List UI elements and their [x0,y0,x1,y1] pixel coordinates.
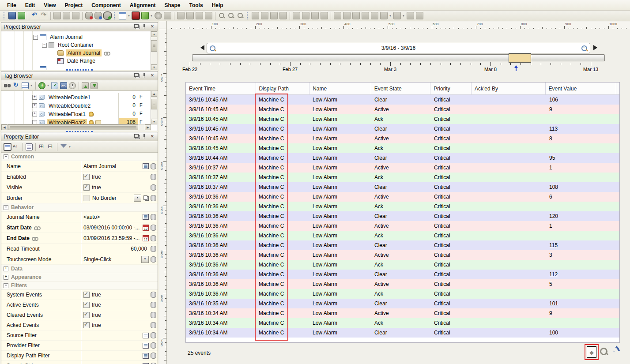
shape-difference-icon[interactable] [205,12,212,19]
ungroup-icon[interactable] [186,12,194,19]
align-top-icon[interactable] [352,12,360,19]
move-to-front-icon[interactable] [270,12,278,19]
alarm-event-row[interactable]: 3/9/16 10:36 AMMachine CLow AlarmClearCr… [186,211,619,221]
move-forward-icon[interactable] [252,12,259,19]
rotate-cw-icon[interactable] [302,12,309,19]
prop-touchscreen-mode[interactable]: Touchscreen ModeSingle-Click [1,254,158,265]
column-header-event-value[interactable]: Event Value [545,83,616,94]
checkbox-icon[interactable] [83,174,90,180]
scroll-up-button[interactable]: ▲ [151,31,157,37]
edit-text-icon[interactable] [143,353,149,359]
checkbox-icon[interactable] [83,322,90,328]
root-container-icon[interactable] [132,12,140,19]
menu-alignment[interactable]: Alignment [125,1,160,10]
group-icon[interactable] [177,12,185,19]
find-tag-icon[interactable] [4,82,11,89]
section-expander-icon[interactable]: + [4,266,8,271]
db-pens-off-icon[interactable] [85,12,93,19]
scroll-left-button[interactable]: ◀ [1,124,8,130]
dropdown-caret-icon[interactable] [389,12,392,19]
prop-source-filter[interactable]: Source Filter [1,330,158,341]
date-range-prev-arrow[interactable] [198,45,204,50]
details-magnifier-icon[interactable] [600,348,607,355]
edit-text-icon[interactable] [143,343,149,349]
filter-funnel-icon[interactable] [609,346,620,356]
alarm-event-row[interactable]: 3/9/16 10:37 AMMachine CLow AlarmAckCrit… [186,173,619,182]
open-window-icon[interactable] [119,12,126,19]
horizontal-scrollbar[interactable]: ◀▶ [1,124,151,131]
binding-icon[interactable] [151,214,156,220]
binding-icon[interactable] [151,312,156,318]
preview-mode-icon[interactable] [155,12,162,19]
binding-icon[interactable] [151,195,156,201]
binding-icon[interactable] [151,246,156,252]
menu-edit[interactable]: Edit [21,1,40,10]
alarm-event-row[interactable]: 3/9/16 10:45 AMMachine CLow AlarmClearCr… [186,124,619,134]
flip-vertical-icon[interactable] [321,12,328,19]
alarm-event-row[interactable]: 3/9/16 10:37 AMMachine CLow AlarmClearCr… [186,182,619,192]
property-value[interactable]: 03/09/2016 23:59:59 -... [82,235,141,241]
collapse-all-icon[interactable] [47,143,54,150]
undo-icon[interactable] [31,12,38,19]
alarm-event-row[interactable]: 3/9/16 10:36 AMMachine CLow AlarmActiveC… [186,279,619,289]
distribute-icon[interactable] [380,12,388,19]
scrollbar-thumb[interactable] [8,124,138,130]
import-tags-icon[interactable] [82,82,89,89]
prop-end-date[interactable]: End Date03/09/2016 23:59:59 -... [1,233,158,244]
alarm-event-row[interactable]: 3/9/16 10:45 AMMachine CLow AlarmActiveC… [186,134,619,143]
categorized-view-icon[interactable] [4,143,11,150]
alarm-event-row[interactable]: 3/9/16 10:34 AMMachine CLow AlarmClearCr… [186,328,619,338]
float-panel-icon[interactable] [134,73,139,77]
tree-expander-icon[interactable]: + [32,103,37,108]
section-expander-icon[interactable]: − [4,205,8,210]
edit-text-icon[interactable] [143,163,149,169]
binding-icon[interactable] [151,342,156,349]
new-tag-icon[interactable] [38,82,45,89]
binding-icon[interactable] [151,292,156,298]
sort-az-icon[interactable] [13,143,20,150]
prop-search-string[interactable]: Search String [1,361,158,364]
alarm-event-row[interactable]: 3/9/16 10:36 AMMachine CLow AlarmActiveC… [186,192,619,202]
shape-union-icon[interactable] [196,12,203,19]
menu-tools[interactable]: Tools [185,1,207,10]
section-filters[interactable]: −Filters [1,281,158,290]
section-data[interactable]: +Data [1,265,158,273]
column-header-ack-ed-by[interactable]: Ack'ed By [471,83,545,94]
refresh-tags-icon[interactable] [13,82,20,89]
binding-icon[interactable] [151,184,156,191]
copy-icon[interactable] [143,195,149,201]
property-summary-icon[interactable] [26,143,33,150]
save-all-icon[interactable] [8,12,16,19]
dropdown-caret-icon[interactable] [68,143,72,150]
float-panel-icon[interactable] [134,134,139,138]
prop-active-events[interactable]: Active Eventstrue [1,300,158,310]
pin-panel-icon[interactable] [142,24,147,29]
prop-journal-name[interactable]: Journal Name<auto> [1,212,158,222]
checkbox-icon[interactable] [83,184,90,191]
db-read-write-icon[interactable] [104,12,111,19]
section-expander-icon[interactable]: − [4,154,8,159]
align-left-icon[interactable] [334,12,341,19]
section-expander-icon[interactable]: + [4,275,8,280]
checkbox-icon[interactable] [83,302,90,308]
edit-text-icon[interactable] [143,333,149,338]
dropdown-button[interactable] [141,256,149,263]
float-panel-icon[interactable] [134,24,139,28]
alarm-event-row[interactable]: 3/9/16 10:36 AMMachine CLow AlarmClearCr… [186,270,619,279]
tree-expander-icon[interactable]: + [32,112,37,116]
menu-component[interactable]: Component [87,1,125,10]
binding-icon[interactable] [151,256,156,263]
db-read-only-icon[interactable] [94,12,102,19]
section-appearance[interactable]: +Appearance [1,273,158,281]
prop-border[interactable]: BorderNo Border [1,193,158,203]
scroll-right-button[interactable]: ▶ [145,124,151,130]
alarm-event-row[interactable]: 3/9/16 10:45 AMMachine CLow AlarmActiveC… [186,105,619,114]
update-project-icon[interactable] [18,12,25,19]
prop-system-events[interactable]: System Eventstrue [1,290,158,300]
menu-view[interactable]: View [39,1,60,10]
align-right-icon[interactable] [343,12,351,19]
center-horizontal-icon[interactable] [371,12,378,19]
menu-shape[interactable]: Shape [160,1,185,10]
column-header-name[interactable]: Name [309,83,371,94]
binding-icon[interactable] [151,174,156,180]
